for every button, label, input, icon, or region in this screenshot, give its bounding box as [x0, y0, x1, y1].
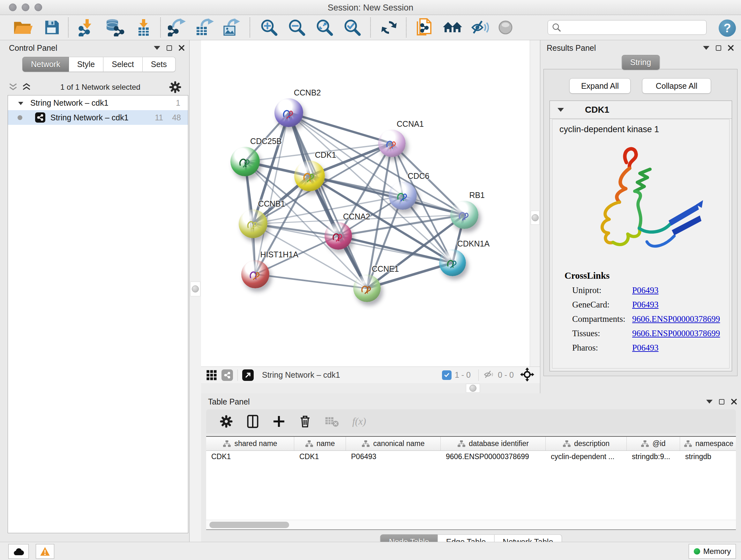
node-CDC6[interactable]	[389, 182, 417, 210]
warnings-button[interactable]	[36, 544, 54, 559]
table-cell[interactable]: cyclin-dependent ...	[546, 452, 627, 461]
tab-string[interactable]: String	[622, 55, 660, 70]
search-input[interactable]	[564, 23, 702, 32]
panel-float-icon[interactable]	[719, 399, 724, 405]
panel-float-icon[interactable]	[166, 45, 172, 51]
gene-section-header[interactable]: CDK1	[550, 101, 732, 119]
save-session-icon[interactable]	[44, 19, 60, 36]
node-CCNE1[interactable]	[353, 274, 381, 302]
node-label-CDC6: CDC6	[408, 172, 429, 181]
section-collapse-icon[interactable]	[557, 108, 564, 115]
node-HIST1H1A[interactable]	[241, 260, 269, 288]
import-network-icon[interactable]	[78, 18, 96, 37]
column-header-namespace[interactable]: namespace	[680, 437, 736, 450]
table-row[interactable]: CDK1CDK1P064939606.ENSP00000378699cyclin…	[206, 451, 736, 462]
zoom-fit-icon[interactable]	[316, 19, 333, 36]
node-CDC25B[interactable]	[230, 147, 260, 176]
node-CCNB1[interactable]	[239, 209, 267, 238]
panel-close-icon[interactable]	[728, 45, 734, 51]
crosslink-link[interactable]: P06493	[632, 286, 659, 295]
crosslink-link[interactable]: P06493	[632, 300, 659, 310]
export-image-icon[interactable]	[223, 18, 240, 37]
control-panel-title: Control Panel	[9, 44, 57, 53]
splitter-handle[interactable]	[532, 214, 539, 221]
refresh-icon[interactable]	[381, 19, 398, 36]
horizontal-splitter[interactable]	[201, 383, 540, 393]
table-cell[interactable]: 9606.ENSP00000378699	[441, 452, 546, 461]
collapse-all-tree-icon[interactable]	[8, 82, 18, 92]
add-column-icon[interactable]	[273, 415, 285, 428]
import-network-from-database-icon[interactable]	[105, 18, 125, 37]
share-document-icon[interactable]	[415, 18, 433, 37]
expand-all-button[interactable]: Expand All	[569, 78, 630, 94]
crosslink-link[interactable]: P06493	[632, 343, 659, 353]
right-splitter[interactable]	[530, 40, 540, 383]
node-CCNA2[interactable]	[325, 222, 352, 250]
table-cell[interactable]: stringdb:9...	[627, 452, 680, 461]
help-button[interactable]: ?	[719, 19, 736, 37]
hide-graphics-details-icon[interactable]	[471, 19, 489, 36]
network-row[interactable]: String Network – cdk1 11 48	[8, 110, 188, 125]
expand-all-tree-icon[interactable]	[21, 82, 32, 92]
node-CCNA1[interactable]	[378, 130, 406, 157]
node-label-HIST1H1A: HIST1H1A	[260, 250, 298, 259]
zoom-in-icon[interactable]	[260, 19, 278, 36]
table-options-gear-icon[interactable]	[219, 415, 233, 428]
left-splitter[interactable]	[190, 40, 201, 542]
network-canvas[interactable]: CCNB2CCNA1CDC25BCDK1CDC6RB1CCNB1CCNA2CDK…	[201, 40, 530, 367]
table-cell[interactable]: CDK1	[294, 452, 346, 461]
export-network-icon[interactable]	[168, 18, 186, 37]
collapse-all-button[interactable]: Collapse All	[642, 78, 711, 94]
tab-sets[interactable]: Sets	[143, 57, 176, 72]
table-cell[interactable]: CDK1	[206, 452, 294, 461]
column-header-name[interactable]: name	[294, 437, 346, 450]
export-table-icon[interactable]	[195, 18, 214, 37]
results-panel: Results Panel String Expand All Collapse…	[540, 40, 741, 393]
column-header-@id[interactable]: @id	[627, 437, 680, 450]
open-session-icon[interactable]	[13, 19, 32, 36]
tab-style[interactable]: Style	[69, 57, 104, 72]
crosslink-link[interactable]: 9606.ENSP00000378699	[632, 314, 720, 324]
network-options-gear-icon[interactable]	[169, 81, 182, 94]
panel-menu-icon[interactable]	[703, 46, 710, 53]
table-horizontal-scrollbar[interactable]	[206, 520, 736, 530]
panel-close-icon[interactable]	[731, 398, 737, 405]
tree-expand-icon[interactable]	[18, 102, 23, 108]
delete-column-icon[interactable]	[299, 415, 312, 428]
node-CDK1[interactable]	[294, 161, 325, 191]
table-cell[interactable]: P06493	[346, 452, 441, 461]
zoom-selected-icon[interactable]	[344, 19, 361, 36]
panel-menu-icon[interactable]	[154, 46, 160, 53]
column-header-database-identifier[interactable]: database identifier	[441, 437, 546, 450]
node-CDKN1A[interactable]	[439, 249, 466, 276]
fit-content-crosshair-icon[interactable]	[520, 368, 534, 383]
zoom-out-icon[interactable]	[288, 19, 306, 36]
splitter-handle[interactable]	[469, 385, 476, 392]
selected-checkbox-icon[interactable]	[442, 370, 452, 380]
column-header-canonical-name[interactable]: canonical name	[346, 437, 441, 450]
scrollbar-thumb[interactable]	[209, 522, 289, 528]
homes-icon[interactable]	[442, 19, 463, 36]
birdseye-view-icon[interactable]	[242, 369, 254, 381]
node-CCNB2[interactable]	[274, 98, 303, 127]
panel-close-icon[interactable]	[179, 45, 185, 51]
column-header-description[interactable]: description	[546, 437, 627, 450]
panel-menu-icon[interactable]	[706, 400, 713, 407]
cloud-button[interactable]	[8, 544, 29, 559]
grid-view-icon[interactable]	[206, 370, 217, 381]
table-cell[interactable]: stringdb	[680, 452, 736, 461]
network-view-share-icon[interactable]	[221, 369, 233, 381]
show-columns-icon[interactable]	[246, 415, 259, 428]
column-header-shared-name[interactable]: shared name	[206, 437, 294, 450]
network-collection-row[interactable]: String Network – cdk1 1	[8, 96, 188, 110]
splitter-handle[interactable]	[192, 286, 199, 293]
tab-select[interactable]: Select	[104, 57, 142, 72]
node-RB1[interactable]	[450, 201, 478, 229]
node-label-CCNB2: CCNB2	[294, 88, 321, 98]
show-graphics-details-icon[interactable]	[498, 20, 513, 35]
panel-float-icon[interactable]	[716, 45, 721, 51]
import-table-icon[interactable]	[135, 18, 152, 37]
tab-network[interactable]: Network	[22, 57, 69, 72]
crosslink-link[interactable]: 9606.ENSP00000378699	[632, 328, 720, 338]
memory-button[interactable]: Memory	[689, 544, 736, 559]
